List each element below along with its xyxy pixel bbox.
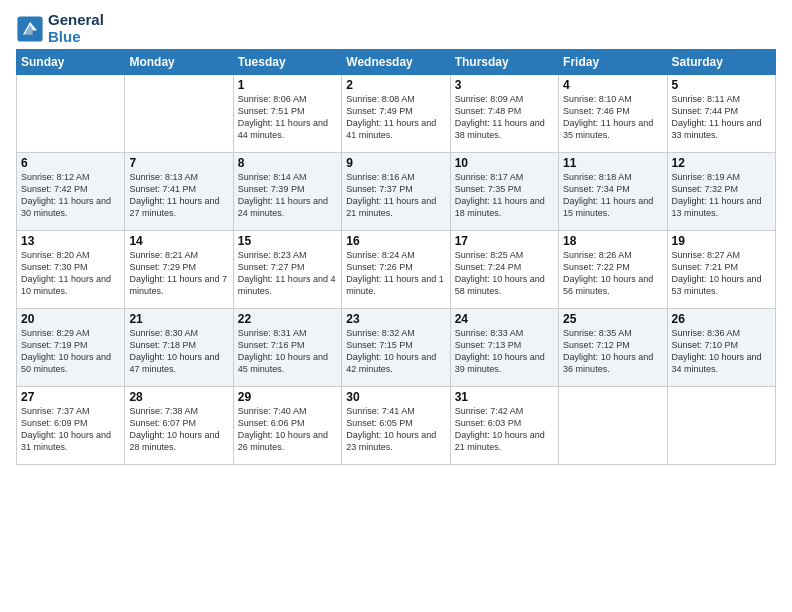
calendar-cell: 1Sunrise: 8:06 AM Sunset: 7:51 PM Daylig… <box>233 75 341 153</box>
day-number: 7 <box>129 156 228 170</box>
day-number: 13 <box>21 234 120 248</box>
week-row-1: 1Sunrise: 8:06 AM Sunset: 7:51 PM Daylig… <box>17 75 776 153</box>
weekday-header-row: SundayMondayTuesdayWednesdayThursdayFrid… <box>17 50 776 75</box>
day-number: 19 <box>672 234 771 248</box>
day-number: 3 <box>455 78 554 92</box>
day-info: Sunrise: 7:37 AM Sunset: 6:09 PM Dayligh… <box>21 405 120 454</box>
logo-icon <box>16 15 44 43</box>
day-info: Sunrise: 8:36 AM Sunset: 7:10 PM Dayligh… <box>672 327 771 376</box>
calendar-table: SundayMondayTuesdayWednesdayThursdayFrid… <box>16 49 776 465</box>
day-number: 5 <box>672 78 771 92</box>
calendar-cell: 3Sunrise: 8:09 AM Sunset: 7:48 PM Daylig… <box>450 75 558 153</box>
calendar-cell: 14Sunrise: 8:21 AM Sunset: 7:29 PM Dayli… <box>125 231 233 309</box>
calendar-cell: 11Sunrise: 8:18 AM Sunset: 7:34 PM Dayli… <box>559 153 667 231</box>
main-container: General Blue SundayMondayTuesdayWednesda… <box>0 0 792 473</box>
calendar-cell: 8Sunrise: 8:14 AM Sunset: 7:39 PM Daylig… <box>233 153 341 231</box>
weekday-header-tuesday: Tuesday <box>233 50 341 75</box>
calendar-cell: 2Sunrise: 8:08 AM Sunset: 7:49 PM Daylig… <box>342 75 450 153</box>
day-info: Sunrise: 8:29 AM Sunset: 7:19 PM Dayligh… <box>21 327 120 376</box>
weekday-header-sunday: Sunday <box>17 50 125 75</box>
logo: General Blue <box>16 12 104 45</box>
day-number: 12 <box>672 156 771 170</box>
week-row-3: 13Sunrise: 8:20 AM Sunset: 7:30 PM Dayli… <box>17 231 776 309</box>
weekday-header-thursday: Thursday <box>450 50 558 75</box>
day-info: Sunrise: 8:06 AM Sunset: 7:51 PM Dayligh… <box>238 93 337 142</box>
day-info: Sunrise: 8:27 AM Sunset: 7:21 PM Dayligh… <box>672 249 771 298</box>
calendar-cell: 12Sunrise: 8:19 AM Sunset: 7:32 PM Dayli… <box>667 153 775 231</box>
day-number: 14 <box>129 234 228 248</box>
day-info: Sunrise: 8:08 AM Sunset: 7:49 PM Dayligh… <box>346 93 445 142</box>
calendar-cell: 30Sunrise: 7:41 AM Sunset: 6:05 PM Dayli… <box>342 387 450 465</box>
day-info: Sunrise: 8:24 AM Sunset: 7:26 PM Dayligh… <box>346 249 445 298</box>
calendar-cell: 4Sunrise: 8:10 AM Sunset: 7:46 PM Daylig… <box>559 75 667 153</box>
day-number: 28 <box>129 390 228 404</box>
calendar-cell: 15Sunrise: 8:23 AM Sunset: 7:27 PM Dayli… <box>233 231 341 309</box>
day-info: Sunrise: 8:09 AM Sunset: 7:48 PM Dayligh… <box>455 93 554 142</box>
day-number: 30 <box>346 390 445 404</box>
calendar-cell: 22Sunrise: 8:31 AM Sunset: 7:16 PM Dayli… <box>233 309 341 387</box>
calendar-cell: 17Sunrise: 8:25 AM Sunset: 7:24 PM Dayli… <box>450 231 558 309</box>
day-info: Sunrise: 8:21 AM Sunset: 7:29 PM Dayligh… <box>129 249 228 298</box>
day-number: 25 <box>563 312 662 326</box>
day-number: 21 <box>129 312 228 326</box>
day-info: Sunrise: 8:13 AM Sunset: 7:41 PM Dayligh… <box>129 171 228 220</box>
calendar-cell: 23Sunrise: 8:32 AM Sunset: 7:15 PM Dayli… <box>342 309 450 387</box>
logo-general: General <box>48 12 104 29</box>
week-row-5: 27Sunrise: 7:37 AM Sunset: 6:09 PM Dayli… <box>17 387 776 465</box>
calendar-cell: 13Sunrise: 8:20 AM Sunset: 7:30 PM Dayli… <box>17 231 125 309</box>
calendar-cell <box>17 75 125 153</box>
day-info: Sunrise: 8:20 AM Sunset: 7:30 PM Dayligh… <box>21 249 120 298</box>
day-info: Sunrise: 7:41 AM Sunset: 6:05 PM Dayligh… <box>346 405 445 454</box>
calendar-cell: 24Sunrise: 8:33 AM Sunset: 7:13 PM Dayli… <box>450 309 558 387</box>
day-number: 27 <box>21 390 120 404</box>
weekday-header-monday: Monday <box>125 50 233 75</box>
header-row: General Blue <box>16 12 776 45</box>
day-info: Sunrise: 8:26 AM Sunset: 7:22 PM Dayligh… <box>563 249 662 298</box>
day-info: Sunrise: 8:30 AM Sunset: 7:18 PM Dayligh… <box>129 327 228 376</box>
day-info: Sunrise: 8:31 AM Sunset: 7:16 PM Dayligh… <box>238 327 337 376</box>
day-number: 2 <box>346 78 445 92</box>
day-number: 4 <box>563 78 662 92</box>
calendar-cell: 19Sunrise: 8:27 AM Sunset: 7:21 PM Dayli… <box>667 231 775 309</box>
day-number: 20 <box>21 312 120 326</box>
day-info: Sunrise: 8:12 AM Sunset: 7:42 PM Dayligh… <box>21 171 120 220</box>
day-info: Sunrise: 8:18 AM Sunset: 7:34 PM Dayligh… <box>563 171 662 220</box>
day-info: Sunrise: 7:38 AM Sunset: 6:07 PM Dayligh… <box>129 405 228 454</box>
day-number: 29 <box>238 390 337 404</box>
day-number: 22 <box>238 312 337 326</box>
day-number: 10 <box>455 156 554 170</box>
week-row-4: 20Sunrise: 8:29 AM Sunset: 7:19 PM Dayli… <box>17 309 776 387</box>
day-info: Sunrise: 8:33 AM Sunset: 7:13 PM Dayligh… <box>455 327 554 376</box>
calendar-cell: 10Sunrise: 8:17 AM Sunset: 7:35 PM Dayli… <box>450 153 558 231</box>
day-info: Sunrise: 8:14 AM Sunset: 7:39 PM Dayligh… <box>238 171 337 220</box>
logo-text: General Blue <box>48 12 104 45</box>
day-info: Sunrise: 8:16 AM Sunset: 7:37 PM Dayligh… <box>346 171 445 220</box>
day-number: 16 <box>346 234 445 248</box>
calendar-cell <box>559 387 667 465</box>
day-number: 8 <box>238 156 337 170</box>
day-info: Sunrise: 8:10 AM Sunset: 7:46 PM Dayligh… <box>563 93 662 142</box>
calendar-cell: 31Sunrise: 7:42 AM Sunset: 6:03 PM Dayli… <box>450 387 558 465</box>
day-number: 24 <box>455 312 554 326</box>
calendar-cell <box>667 387 775 465</box>
day-number: 11 <box>563 156 662 170</box>
day-info: Sunrise: 8:11 AM Sunset: 7:44 PM Dayligh… <box>672 93 771 142</box>
day-number: 23 <box>346 312 445 326</box>
calendar-cell: 20Sunrise: 8:29 AM Sunset: 7:19 PM Dayli… <box>17 309 125 387</box>
calendar-cell: 5Sunrise: 8:11 AM Sunset: 7:44 PM Daylig… <box>667 75 775 153</box>
day-number: 15 <box>238 234 337 248</box>
calendar-cell: 9Sunrise: 8:16 AM Sunset: 7:37 PM Daylig… <box>342 153 450 231</box>
day-number: 17 <box>455 234 554 248</box>
calendar-cell: 18Sunrise: 8:26 AM Sunset: 7:22 PM Dayli… <box>559 231 667 309</box>
weekday-header-friday: Friday <box>559 50 667 75</box>
weekday-header-saturday: Saturday <box>667 50 775 75</box>
logo-blue: Blue <box>48 29 104 46</box>
calendar-cell: 6Sunrise: 8:12 AM Sunset: 7:42 PM Daylig… <box>17 153 125 231</box>
day-number: 31 <box>455 390 554 404</box>
day-number: 1 <box>238 78 337 92</box>
day-number: 9 <box>346 156 445 170</box>
day-info: Sunrise: 8:23 AM Sunset: 7:27 PM Dayligh… <box>238 249 337 298</box>
calendar-cell: 29Sunrise: 7:40 AM Sunset: 6:06 PM Dayli… <box>233 387 341 465</box>
calendar-cell: 28Sunrise: 7:38 AM Sunset: 6:07 PM Dayli… <box>125 387 233 465</box>
calendar-cell: 25Sunrise: 8:35 AM Sunset: 7:12 PM Dayli… <box>559 309 667 387</box>
